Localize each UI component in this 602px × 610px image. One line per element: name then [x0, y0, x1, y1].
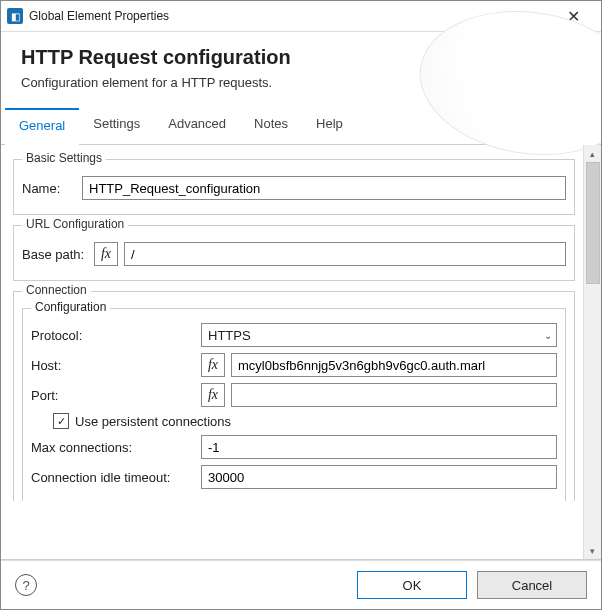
close-icon[interactable]: ✕ [553, 7, 593, 26]
tab-bar: General Settings Advanced Notes Help [1, 108, 601, 145]
dialog-window: ◧ Global Element Properties ✕ HTTP Reque… [0, 0, 602, 610]
persistent-checkbox[interactable]: ✓ [53, 413, 69, 429]
header: HTTP Request configuration Configuration… [1, 32, 601, 100]
group-configuration: Configuration Protocol: HTTPS ⌄ Host: fx [22, 308, 566, 501]
name-input[interactable] [82, 176, 566, 200]
basepath-input[interactable] [124, 242, 566, 266]
chevron-down-icon: ⌄ [544, 330, 552, 341]
ok-button[interactable]: OK [357, 571, 467, 599]
scroll-up-icon[interactable]: ▴ [584, 145, 601, 162]
vertical-scrollbar[interactable]: ▴ ▾ [583, 145, 601, 559]
host-label: Host: [31, 358, 201, 373]
group-label: Basic Settings [22, 151, 106, 165]
port-label: Port: [31, 388, 201, 403]
check-icon: ✓ [57, 415, 66, 428]
footer: ? OK Cancel [1, 560, 601, 609]
group-label: URL Configuration [22, 217, 128, 231]
port-input[interactable] [231, 383, 557, 407]
group-url-configuration: URL Configuration Base path: fx [13, 225, 575, 281]
tab-content: Basic Settings Name: URL Configuration B… [1, 145, 583, 559]
group-label: Connection [22, 283, 91, 297]
cancel-button[interactable]: Cancel [477, 571, 587, 599]
idle-input[interactable] [201, 465, 557, 489]
tab-advanced[interactable]: Advanced [154, 108, 240, 144]
scroll-thumb[interactable] [586, 162, 600, 284]
fx-icon[interactable]: fx [201, 353, 225, 377]
protocol-select[interactable]: HTTPS ⌄ [201, 323, 557, 347]
group-label: Configuration [31, 300, 110, 314]
protocol-label: Protocol: [31, 328, 201, 343]
tab-notes[interactable]: Notes [240, 108, 302, 144]
maxconn-input[interactable] [201, 435, 557, 459]
page-title: HTTP Request configuration [21, 46, 581, 69]
tab-settings[interactable]: Settings [79, 108, 154, 144]
tab-help[interactable]: Help [302, 108, 357, 144]
scroll-down-icon[interactable]: ▾ [584, 542, 601, 559]
help-icon[interactable]: ? [15, 574, 37, 596]
host-input[interactable] [231, 353, 557, 377]
page-description: Configuration element for a HTTP request… [21, 75, 581, 90]
group-connection: Connection Configuration Protocol: HTTPS… [13, 291, 575, 501]
tab-general[interactable]: General [5, 108, 79, 145]
basepath-label: Base path: [22, 247, 94, 262]
fx-icon[interactable]: fx [201, 383, 225, 407]
fx-icon[interactable]: fx [94, 242, 118, 266]
window-title: Global Element Properties [29, 9, 553, 23]
app-icon: ◧ [7, 8, 23, 24]
maxconn-label: Max connections: [31, 440, 201, 455]
name-label: Name: [22, 181, 82, 196]
group-basic-settings: Basic Settings Name: [13, 159, 575, 215]
persistent-label: Use persistent connections [75, 414, 231, 429]
idle-label: Connection idle timeout: [31, 470, 201, 485]
titlebar: ◧ Global Element Properties ✕ [1, 1, 601, 32]
protocol-value: HTTPS [208, 328, 251, 343]
